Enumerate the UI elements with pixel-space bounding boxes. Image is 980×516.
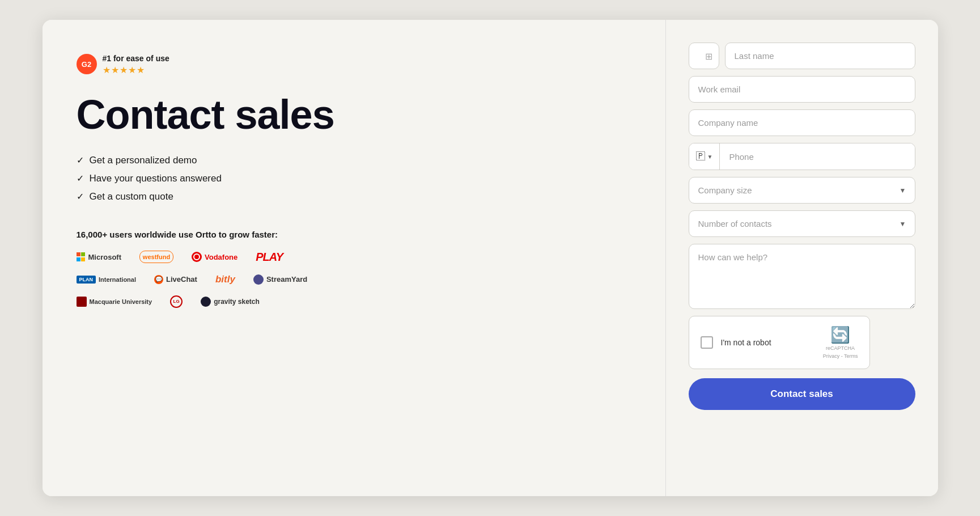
logo-vodafone: Vodafone bbox=[192, 252, 237, 262]
name-row: ⊞ bbox=[689, 43, 915, 69]
social-proof-text: 16,000+ users worldwide use Ortto to gro… bbox=[77, 230, 631, 239]
check-icon-1: ✓ bbox=[77, 155, 84, 166]
bitly-label: bitly bbox=[215, 274, 235, 285]
check-item-2: ✓ Have your questions answered bbox=[77, 173, 631, 184]
main-card: G2 #1 for ease of use ★★★★★ Contact sale… bbox=[43, 20, 938, 496]
check-label-1: Get a personalized demo bbox=[90, 155, 197, 166]
logo-plan: PLAN International bbox=[77, 276, 137, 284]
logo-row-2: PLAN International 💬 LiveChat bitly Stre… bbox=[77, 274, 631, 285]
plan-label: International bbox=[99, 276, 136, 283]
phone-row: 🇵 ▼ bbox=[689, 143, 915, 170]
num-contacts-select[interactable]: Number of contacts Under 1,000 1,000–10,… bbox=[689, 210, 915, 237]
phone-country-selector[interactable]: 🇵 ▼ bbox=[689, 143, 720, 170]
macquarie-icon bbox=[77, 297, 87, 307]
check-item-1: ✓ Get a personalized demo bbox=[77, 155, 631, 166]
livechat-label: LiveChat bbox=[166, 275, 197, 284]
left-panel: G2 #1 for ease of use ★★★★★ Contact sale… bbox=[43, 20, 665, 496]
microsoft-icon bbox=[77, 252, 86, 261]
g2-info: #1 for ease of use ★★★★★ bbox=[103, 54, 169, 75]
g2-badge: G2 #1 for ease of use ★★★★★ bbox=[77, 54, 631, 75]
macquarie-label: Macquarie University bbox=[90, 298, 152, 305]
phone-chevron-icon: ▼ bbox=[707, 154, 713, 160]
work-email-input[interactable] bbox=[689, 76, 915, 103]
g2-logo: G2 bbox=[77, 54, 97, 74]
gravity-sketch-icon bbox=[201, 297, 211, 307]
help-textarea[interactable] bbox=[689, 244, 915, 309]
vodafone-label: Vodafone bbox=[205, 253, 237, 261]
recaptcha-icon: 🔄 bbox=[830, 325, 850, 344]
phone-flag: 🇵 bbox=[696, 151, 705, 162]
check-icon-2: ✓ bbox=[77, 173, 84, 184]
logo-bitly: bitly bbox=[215, 274, 235, 285]
recaptcha-links: Privacy - Terms bbox=[823, 353, 858, 360]
logo-macquarie: Macquarie University bbox=[77, 297, 152, 307]
right-panel: ⊞ 🇵 ▼ bbox=[666, 20, 938, 496]
captcha-box: I'm not a robot 🔄 reCAPTCHA Privacy - Te… bbox=[689, 316, 870, 369]
captcha-left: I'm not a robot bbox=[701, 336, 771, 349]
streamyard-icon bbox=[253, 274, 264, 285]
logo-westfund: westfund bbox=[139, 251, 173, 263]
company-size-wrapper: Company size 1–10 11–50 51–200 201–1000 … bbox=[689, 177, 915, 204]
submit-button[interactable]: Contact sales bbox=[689, 378, 915, 410]
logo-livechat: 💬 LiveChat bbox=[154, 275, 197, 284]
lg-icon: LG bbox=[170, 295, 183, 308]
logo-grid: Microsoft westfund Vodafone PLAY bbox=[77, 251, 631, 308]
logo-microsoft: Microsoft bbox=[77, 252, 122, 261]
name-icon: ⊞ bbox=[705, 50, 712, 61]
logo-streamyard: StreamYard bbox=[253, 274, 307, 285]
vodafone-icon bbox=[192, 252, 202, 262]
contact-form: ⊞ 🇵 ▼ bbox=[689, 43, 915, 410]
livechat-icon: 💬 bbox=[154, 275, 163, 284]
plan-icon: PLAN bbox=[77, 276, 96, 284]
check-label-3: Get a custom quote bbox=[90, 191, 173, 202]
logo-play: PLAY bbox=[256, 251, 283, 264]
check-icon-3: ✓ bbox=[77, 191, 84, 202]
logo-row-3: Macquarie University LG gravity sketch bbox=[77, 295, 631, 308]
logo-lg: LG bbox=[170, 295, 183, 308]
page-wrapper: G2 #1 for ease of use ★★★★★ Contact sale… bbox=[0, 0, 980, 516]
g2-stars: ★★★★★ bbox=[103, 65, 169, 75]
company-size-select[interactable]: Company size 1–10 11–50 51–200 201–1000 … bbox=[689, 177, 915, 204]
microsoft-label: Microsoft bbox=[88, 253, 122, 261]
logo-row-1: Microsoft westfund Vodafone PLAY bbox=[77, 251, 631, 264]
play-label: PLAY bbox=[256, 251, 283, 264]
check-label-2: Have your questions answered bbox=[90, 173, 222, 184]
captcha-checkbox[interactable] bbox=[701, 336, 713, 349]
company-name-input[interactable] bbox=[689, 109, 915, 136]
g2-rank: #1 for ease of use bbox=[103, 54, 169, 63]
westfund-icon: westfund bbox=[139, 251, 173, 263]
streamyard-label: StreamYard bbox=[266, 275, 307, 284]
gravity-sketch-label: gravity sketch bbox=[214, 298, 260, 306]
check-item-3: ✓ Get a custom quote bbox=[77, 191, 631, 202]
num-contacts-wrapper: Number of contacts Under 1,000 1,000–10,… bbox=[689, 210, 915, 237]
logo-gravity-sketch: gravity sketch bbox=[201, 297, 260, 307]
recaptcha-brand: reCAPTCHA bbox=[826, 345, 855, 352]
captcha-right: 🔄 reCAPTCHA Privacy - Terms bbox=[823, 325, 858, 359]
first-name-wrapper: ⊞ bbox=[689, 43, 719, 69]
page-title: Contact sales bbox=[77, 94, 631, 137]
last-name-input[interactable] bbox=[725, 43, 915, 69]
first-name-input[interactable] bbox=[689, 43, 719, 69]
captcha-label: I'm not a robot bbox=[721, 338, 771, 347]
phone-input[interactable] bbox=[720, 143, 914, 170]
checklist: ✓ Get a personalized demo ✓ Have your qu… bbox=[77, 155, 631, 202]
westfund-label: westfund bbox=[143, 253, 170, 260]
